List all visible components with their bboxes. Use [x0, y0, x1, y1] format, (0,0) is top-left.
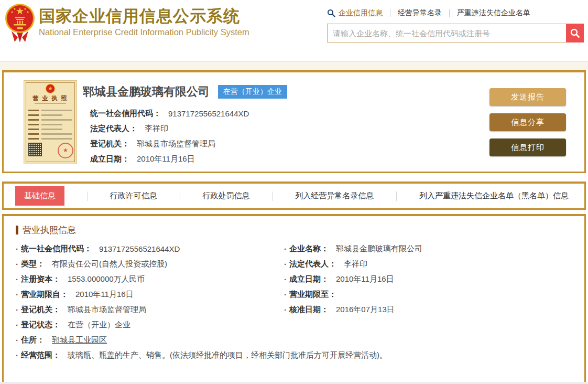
site-subtitle: National Enterprise Credit Information P…	[39, 27, 249, 37]
status-badge: 在营（开业）企业	[218, 85, 287, 99]
info-field-legal-representative: · 法定代表人： 李祥印	[284, 257, 574, 272]
tabs-bar: 基础信息 行政许可信息 行政处罚信息 列入经营异常名录信息 列入严重违法失信企业…	[4, 184, 584, 208]
tab-blacklist[interactable]: 列入严重违法失信企业名单（黑名单）信息	[419, 191, 569, 201]
info-field-address: · 住所： 郓城县工业园区	[16, 333, 284, 348]
header-cream-band	[0, 62, 588, 70]
info-field-company-name: · 企业名称： 郓城县金鹏玻璃有限公司	[284, 241, 574, 257]
search-icon	[570, 28, 580, 38]
info-field-term-to: · 营业期限至：	[284, 287, 574, 302]
nav-divider	[449, 9, 450, 17]
license-title: 营 业 执 照	[24, 94, 77, 102]
tabs-panel: 基础信息 行政许可信息 行政处罚信息 列入经营异常名录信息 列入严重违法失信企业…	[2, 182, 586, 210]
tab-divider	[396, 191, 397, 201]
license-text-rows	[28, 108, 72, 141]
nav-link-serious-violations[interactable]: 严重违法失信企业名单	[457, 8, 530, 18]
tab-administrative-penalty[interactable]: 行政处罚信息	[203, 191, 250, 201]
address-link[interactable]: 郓城县工业园区	[52, 335, 107, 345]
license-subtitle-line	[35, 103, 66, 104]
national-emblem-logo	[4, 3, 36, 42]
search-bar	[327, 24, 587, 42]
card-action-buttons: 发送报告 信息分享 信息打印	[489, 88, 566, 164]
nav-link-enterprise-credit[interactable]: 企业信用信息	[339, 8, 383, 18]
info-field-establishment-date: · 成立日期： 2010年11月16日	[284, 272, 574, 287]
info-field-registered-capital: · 注册资本： 1553.000000万人民币	[16, 272, 284, 287]
basic-info-panel: 营业执照信息 · 统一社会信用代码： 9137172556521644XD · …	[2, 214, 586, 382]
send-report-button[interactable]: 发送报告	[489, 88, 566, 106]
company-info: 郓城县金鹏玻璃有限公司 在营（开业）企业	[83, 84, 287, 100]
share-info-button[interactable]: 信息分享	[489, 113, 566, 131]
company-key-fields: 统一社会信用代码： 9137172556521644XD 法定代表人： 李祥印 …	[90, 106, 249, 167]
nav-link-abnormal-operations[interactable]: 经营异常名录	[398, 8, 442, 18]
company-name: 郓城县金鹏玻璃有限公司	[83, 84, 210, 100]
company-summary-card: ★ 营 业 执 照 ★ 郓城县金鹏玻璃有限公司 在营（开业）企业 统一社会信用代…	[2, 70, 586, 173]
info-field-empty	[284, 317, 574, 333]
license-paper: ★ 营 业 执 照 ★	[24, 80, 77, 164]
license-info-grid: · 统一社会信用代码： 9137172556521644XD · 企业名称： 郓…	[16, 241, 574, 363]
nav-divider	[390, 9, 390, 17]
info-field-approval-date: · 核准日期： 2016年07月13日	[284, 302, 574, 317]
license-qr-code	[28, 143, 42, 156]
tab-abnormal-operations-list[interactable]: 列入经营异常名录信息	[295, 191, 374, 201]
business-license-thumbnail[interactable]: ★ 营 业 执 照 ★	[21, 79, 80, 165]
license-emblem-icon: ★	[46, 84, 55, 93]
search-button[interactable]	[566, 24, 584, 42]
info-field-empty	[284, 333, 574, 348]
section-header: 营业执照信息	[16, 224, 76, 236]
section-marker-bar	[16, 226, 18, 234]
field-establishment-date: 成立日期： 2010年11月16日	[90, 152, 249, 167]
field-legal-representative: 法定代表人： 李祥印	[90, 121, 249, 136]
tab-basic-info[interactable]: 基础信息	[15, 186, 64, 206]
license-red-seal-icon: ★	[58, 143, 73, 158]
field-registration-authority: 登记机关： 郓城县市场监督管理局	[90, 136, 249, 152]
tab-divider	[180, 191, 180, 201]
tab-divider	[87, 191, 88, 201]
info-field-term-from: · 营业期限自： 2010年11月16日	[16, 287, 284, 302]
search-icon	[327, 9, 335, 17]
section-title: 营业执照信息	[23, 224, 76, 236]
field-credit-code: 统一社会信用代码： 9137172556521644XD	[90, 106, 249, 121]
top-navigation: 企业信用信息 经营异常名录 严重违法失信企业名单	[327, 7, 587, 19]
info-field-company-type: · 类型： 有限责任公司(自然人投资或控股)	[16, 257, 284, 272]
info-field-registration-status: · 登记状态： 在营（开业）企业	[16, 317, 284, 333]
site-branding: 国家企业信用信息公示系统 National Enterprise Credit …	[39, 7, 249, 37]
footer-strip	[0, 382, 588, 384]
tab-divider	[272, 191, 273, 201]
info-field-registration-authority: · 登记机关： 郓城县市场监督管理局	[16, 302, 284, 317]
search-input[interactable]	[327, 24, 566, 42]
info-field-credit-code: · 统一社会信用代码： 9137172556521644XD	[16, 241, 284, 257]
tab-administrative-license[interactable]: 行政许可信息	[110, 191, 157, 201]
info-field-business-scope: · 经营范围： 玻璃瓶、瓶盖的生产、销售。(依法须经批准的项目，经相关部门批准后…	[16, 348, 574, 363]
header: 国家企业信用信息公示系统 National Enterprise Credit …	[0, 0, 588, 62]
header-right: 企业信用信息 经营异常名录 严重违法失信企业名单	[327, 7, 587, 42]
site-title: 国家企业信用信息公示系统	[39, 7, 249, 26]
print-info-button[interactable]: 信息打印	[489, 138, 566, 156]
